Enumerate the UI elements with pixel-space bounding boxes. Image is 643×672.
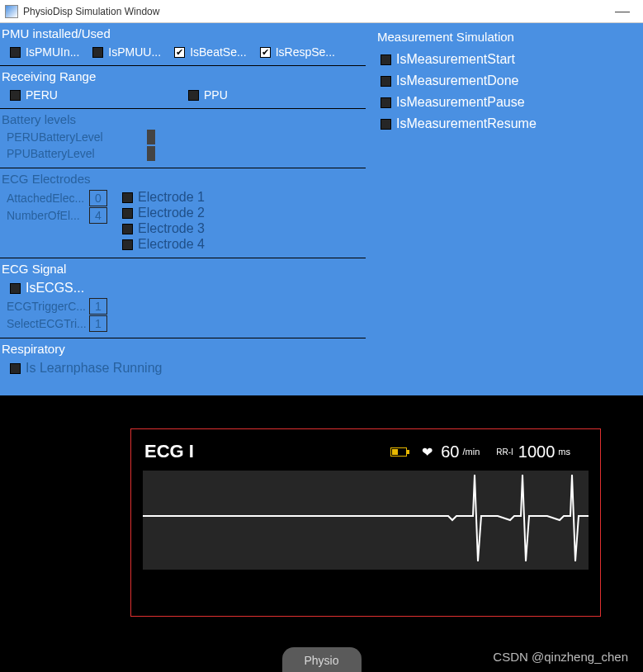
section-electrodes: ECG Electrodes AttachedElec... NumberOfE… <box>0 168 366 258</box>
rr-unit: ms <box>558 447 570 457</box>
section-receiving: Receiving Range PERU PPU <box>0 66 366 109</box>
section-title-ecg-signal: ECG Signal <box>0 262 359 276</box>
section-title-pmu: PMU installed/Used <box>0 26 359 40</box>
minimize-button[interactable]: — <box>607 2 638 20</box>
app-icon <box>5 5 18 18</box>
cb-isecgs[interactable]: IsECGS... <box>10 281 84 296</box>
cb-electrode-2[interactable]: Electrode 2 <box>122 206 205 220</box>
section-measurement: Measurement Simulation IsMeasurementStar… <box>366 23 643 395</box>
section-respiratory: Respiratory Is Learnphase Running <box>0 338 366 377</box>
section-title-battery: Battery levels <box>0 112 359 126</box>
num-attached-elec: AttachedElec... <box>7 190 116 206</box>
section-title-electrodes: ECG Electrodes <box>0 172 359 186</box>
ecg-waveform <box>143 471 589 570</box>
input-number-elec[interactable] <box>89 207 107 224</box>
cb-isrespse[interactable]: IsRespSe... <box>260 45 335 59</box>
slider-thumb[interactable] <box>147 146 155 161</box>
cb-isbeatse[interactable]: IsBeatSe... <box>174 45 246 59</box>
watermark: CSDN @qinzheng_chen <box>493 650 628 664</box>
section-ecg-signal: ECG Signal IsECGS... ECGTriggerC... Sele… <box>0 258 366 338</box>
cb-peru[interactable]: PERU <box>10 88 175 102</box>
ecg-title: ECG I <box>144 441 194 462</box>
input-select-ecg-trigger[interactable] <box>89 315 107 332</box>
section-title-receiving: Receiving Range <box>0 69 359 83</box>
cb-ispmuu[interactable]: IsPMUU... <box>92 45 161 59</box>
cb-ppu[interactable]: PPU <box>188 88 228 102</box>
rr-label: RR-I <box>496 447 513 457</box>
ecg-header: ECG I ❤ 60 /min RR-I 1000 ms <box>143 441 589 462</box>
section-battery: Battery levels PERUBatteryLevel PPUBatte… <box>0 109 366 168</box>
cb-meas-done[interactable]: IsMeasurementDone <box>381 73 633 88</box>
display-area: ECG I ❤ 60 /min RR-I 1000 ms Physio CSDN… <box>0 395 643 672</box>
input-attached-elec[interactable] <box>89 190 107 206</box>
heart-rate-value: 60 <box>441 442 459 461</box>
control-panel: PMU installed/Used IsPMUIn... IsPMUU... … <box>0 23 643 395</box>
slider-ppu-battery[interactable]: PPUBatteryLevel <box>7 146 359 161</box>
input-ecg-trigger[interactable] <box>89 298 107 315</box>
heart-rate-unit: /min <box>462 447 480 457</box>
window-titlebar: PhysioDisp Simulation Window — <box>0 0 643 23</box>
cb-electrode-3[interactable]: Electrode 3 <box>122 221 205 236</box>
cb-meas-resume[interactable]: IsMeasurementResume <box>381 116 633 131</box>
section-title-respiratory: Respiratory <box>0 342 359 356</box>
cb-electrode-1[interactable]: Electrode 1 <box>122 190 205 205</box>
section-pmu: PMU installed/Used IsPMUIn... IsPMUU... … <box>0 23 366 66</box>
cb-meas-start[interactable]: IsMeasurementStart <box>381 52 633 67</box>
window-title: PhysioDisp Simulation Window <box>23 6 159 17</box>
physio-button[interactable]: Physio <box>282 647 362 672</box>
cb-learnphase[interactable]: Is Learnphase Running <box>10 361 162 376</box>
num-number-elec: NumberOfEl... <box>7 207 116 224</box>
cb-ispmuin[interactable]: IsPMUIn... <box>10 45 79 59</box>
slider-thumb[interactable] <box>147 130 155 144</box>
section-title-measurement: Measurement Simulation <box>376 30 633 44</box>
cb-electrode-4[interactable]: Electrode 4 <box>122 237 205 252</box>
heart-icon: ❤ <box>422 444 433 460</box>
num-ecg-trigger: ECGTriggerC... <box>7 298 359 315</box>
battery-icon <box>390 447 407 457</box>
cb-meas-pause[interactable]: IsMeasurementPause <box>381 95 633 110</box>
ecg-frame: ECG I ❤ 60 /min RR-I 1000 ms <box>130 428 601 617</box>
num-select-ecg-trigger: SelectECGTri... <box>7 315 359 332</box>
rr-value: 1000 <box>518 442 556 461</box>
slider-peru-battery[interactable]: PERUBatteryLevel <box>7 130 359 144</box>
